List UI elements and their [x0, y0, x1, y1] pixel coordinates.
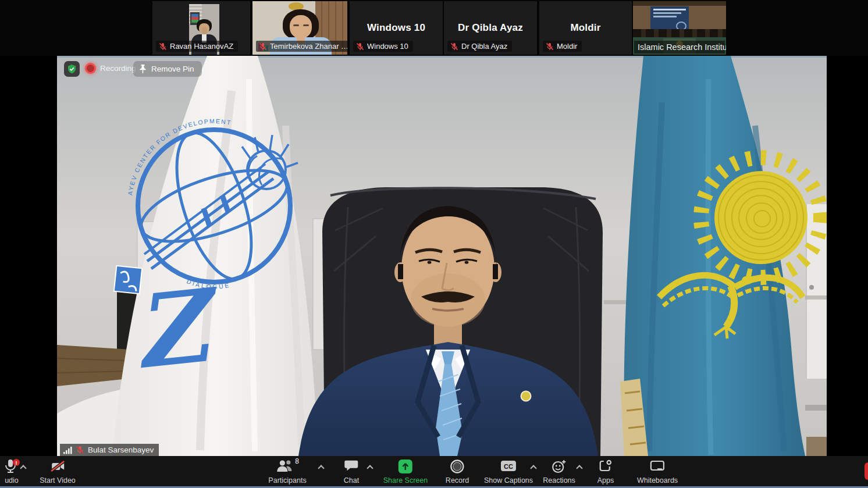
muted-mic-icon [259, 42, 267, 51]
apps-icon [598, 459, 613, 473]
participant-display-name: Dr Qibla Ayaz [444, 22, 537, 34]
tile-dr-qibla-ayaz[interactable]: Dr Qibla Ayaz Dr Qibla Ayaz [444, 1, 537, 55]
reactions-label: Reactions [543, 476, 575, 485]
participants-count: 8 [295, 457, 299, 465]
reactions-chevron[interactable] [577, 465, 582, 469]
muted-mic-icon [450, 42, 458, 51]
tile-ravan[interactable]: Ravan HasanovAZ [152, 1, 250, 55]
microphone-icon: ! [3, 459, 20, 474]
whiteboards-button[interactable]: Whiteboards [637, 459, 678, 485]
participants-label: Participants [268, 476, 306, 485]
share-screen-label: Share Screen [383, 476, 428, 485]
conference-banner [650, 6, 689, 31]
name-tag: Temirbekova Zhanar … [256, 41, 347, 52]
participant-display-name: Windows 10 [350, 22, 443, 34]
whiteboards-label: Whiteboards [637, 476, 678, 485]
share-screen-button[interactable]: Share Screen [383, 459, 428, 485]
participants-button[interactable]: 8 Participants [268, 459, 306, 485]
audio-options-chevron[interactable] [21, 465, 26, 469]
participant-name: Islamic Research Institute [638, 42, 726, 52]
participant-filmstrip: Ravan HasanovAZ [0, 0, 868, 56]
meeting-toolbar: ! udio Start Video 8 [0, 456, 868, 486]
chat-chevron[interactable] [368, 465, 372, 469]
audio-label: udio [5, 476, 19, 485]
recording-label: Recording [100, 64, 136, 73]
tile-moldir[interactable]: Moldir Moldir [539, 1, 632, 55]
main-video-scene: Z AYEV CENTER FOR DEVELOPMENT DIALOGUE [57, 56, 827, 456]
remove-pin-label: Remove Pin [151, 65, 194, 73]
reactions-smiley-icon [551, 459, 567, 473]
show-captions-label: Show Captions [484, 476, 533, 485]
participant-name: Moldir [557, 42, 577, 51]
leave-button-partial[interactable] [865, 462, 868, 480]
speaker-name-tag: Bulat Sarsenbayev [60, 444, 159, 456]
pin-icon [138, 64, 147, 74]
recording-dot-icon [85, 63, 96, 74]
tile-temirbekova[interactable]: Temirbekova Zhanar … [252, 1, 347, 55]
muted-mic-icon [159, 42, 167, 51]
muted-mic-icon [356, 42, 364, 51]
lapel-pin [521, 391, 531, 401]
start-video-label: Start Video [40, 476, 76, 485]
participant-display-name: Moldir [539, 22, 632, 34]
shield-check-icon [67, 64, 77, 74]
record-button[interactable]: Record [446, 459, 469, 485]
name-tag: Islamic Research Institute [634, 41, 725, 54]
face [290, 15, 312, 38]
start-video-button[interactable]: Start Video [40, 459, 76, 485]
captions-chevron[interactable] [531, 465, 536, 469]
muted-mic-icon [546, 42, 554, 51]
recording-indicator: Recording [85, 63, 136, 74]
record-icon [450, 459, 465, 474]
reactions-button[interactable]: Reactions [543, 459, 575, 485]
chat-bubble-icon [344, 459, 359, 473]
participant-name: Ravan HasanovAZ [170, 42, 233, 51]
share-screen-icon [398, 459, 413, 474]
whiteboard-icon [649, 459, 666, 473]
tile-islamic-research-institute[interactable]: Islamic Research Institute [633, 1, 726, 55]
show-captions-button[interactable]: CC Show Captions [484, 459, 533, 485]
record-label: Record [446, 476, 469, 485]
participant-name: Dr Qibla Ayaz [461, 42, 507, 51]
participant-name: Temirbekova Zhanar … [270, 42, 347, 51]
ravan-hand [202, 27, 207, 34]
participants-chevron[interactable] [319, 465, 323, 469]
apps-button[interactable]: Apps [597, 459, 614, 485]
participant-name: Windows 10 [367, 42, 408, 51]
audio-button[interactable]: ! udio [3, 459, 20, 485]
name-tag: Windows 10 [353, 41, 413, 52]
main-video-bulat-sarsenbayev[interactable]: Z AYEV CENTER FOR DEVELOPMENT DIALOGUE [57, 56, 827, 456]
video-off-icon [48, 459, 67, 474]
connection-quality-icon [63, 446, 72, 454]
muted-mic-icon [76, 446, 84, 454]
speaker-name: Bulat Sarsenbayev [88, 446, 154, 454]
chat-label: Chat [344, 476, 359, 485]
chat-button[interactable]: Chat [344, 459, 359, 485]
captions-icon-text: CC [504, 463, 513, 470]
name-tag: Dr Qibla Ayaz [447, 41, 512, 52]
remove-pin-button[interactable]: Remove Pin [133, 61, 202, 77]
encryption-shield-badge[interactable] [64, 61, 80, 77]
apps-label: Apps [597, 476, 614, 485]
audio-alert-badge: ! [16, 460, 17, 466]
tile-windows10[interactable]: Windows 10 Windows 10 [350, 1, 443, 55]
name-tag: Moldir [543, 41, 582, 52]
participants-icon [276, 459, 293, 473]
ornament-square [114, 266, 142, 294]
captions-icon: CC [500, 459, 517, 473]
name-tag: Ravan HasanovAZ [156, 41, 238, 52]
zoom-meeting-window: Ravan HasanovAZ [0, 0, 868, 488]
